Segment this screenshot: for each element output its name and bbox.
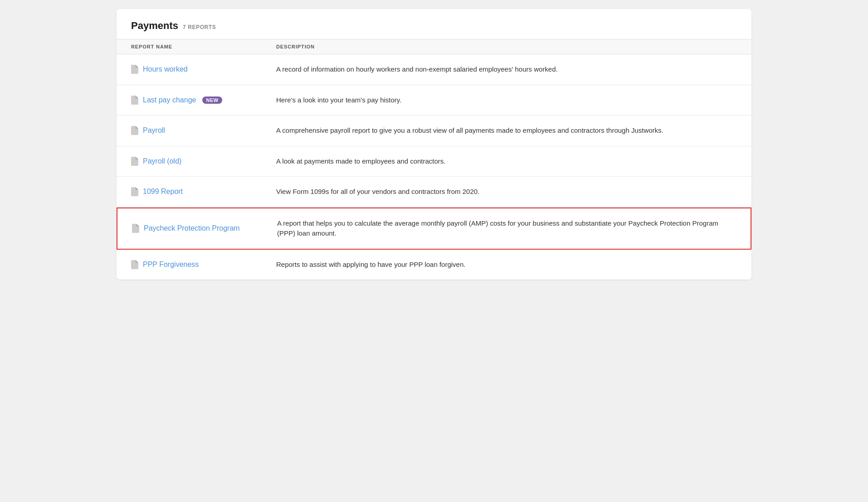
table-body: Hours workedA record of information on h… <box>117 54 751 280</box>
description-cell: View Form 1099s for all of your vendors … <box>276 187 737 197</box>
document-icon <box>132 224 139 233</box>
name-cell: 1099 Report <box>131 187 276 196</box>
report-link-last-pay-change[interactable]: Last pay change <box>143 96 196 104</box>
new-badge: NEW <box>202 97 222 104</box>
name-cell: Hours worked <box>131 65 276 74</box>
description-cell: A record of information on hourly worker… <box>276 64 737 75</box>
document-icon <box>131 126 138 135</box>
table-row: Payroll (old)A look at payments made to … <box>117 146 751 177</box>
table-row: Hours workedA record of information on h… <box>117 54 751 85</box>
document-icon <box>131 260 138 269</box>
name-cell: Payroll (old) <box>131 157 276 166</box>
name-cell: PPP Forgiveness <box>131 260 276 269</box>
description-cell: A comprehensive payroll report to give y… <box>276 126 737 136</box>
document-icon <box>131 157 138 166</box>
report-link-paycheck-protection-program[interactable]: Paycheck Protection Program <box>144 224 240 232</box>
report-link-hours-worked[interactable]: Hours worked <box>143 65 188 73</box>
table-row: PPP ForgivenessReports to assist with ap… <box>117 250 751 280</box>
report-count: 7 REPORTS <box>183 24 216 30</box>
section-header: Payments 7 REPORTS <box>117 9 751 39</box>
table-row: PayrollA comprehensive payroll report to… <box>117 116 751 146</box>
reports-container: Payments 7 REPORTS REPORT NAME DESCRIPTI… <box>117 9 751 280</box>
name-cell: Paycheck Protection Program <box>132 224 277 233</box>
document-icon <box>131 65 138 74</box>
document-icon <box>131 187 138 196</box>
table-row: Last pay changeNEWHere's a look into you… <box>117 85 751 116</box>
description-cell: Reports to assist with applying to have … <box>276 260 737 270</box>
description-cell: Here's a look into your team's pay histo… <box>276 95 737 106</box>
table-row: 1099 ReportView Form 1099s for all of yo… <box>117 177 751 208</box>
name-cell: Payroll <box>131 126 276 135</box>
document-icon <box>131 96 138 105</box>
report-link-ppp-forgiveness[interactable]: PPP Forgiveness <box>143 261 199 269</box>
table-row: Paycheck Protection ProgramA report that… <box>117 208 751 250</box>
report-link-payroll-old[interactable]: Payroll (old) <box>143 157 181 165</box>
description-cell: A look at payments made to employees and… <box>276 156 737 167</box>
table-header: REPORT NAME DESCRIPTION <box>117 39 751 54</box>
report-link-1099-report[interactable]: 1099 Report <box>143 188 183 196</box>
report-link-payroll[interactable]: Payroll <box>143 126 165 135</box>
section-title: Payments <box>131 20 178 32</box>
description-cell: A report that helps you to calculate the… <box>277 218 736 239</box>
col-header-name: REPORT NAME <box>131 44 276 49</box>
col-header-description: DESCRIPTION <box>276 44 737 49</box>
name-cell: Last pay changeNEW <box>131 96 276 105</box>
